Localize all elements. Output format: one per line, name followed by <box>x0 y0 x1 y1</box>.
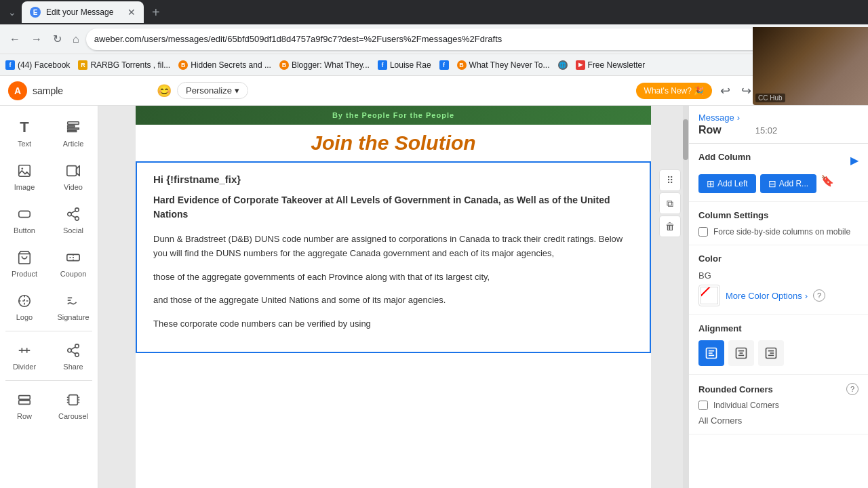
back-button[interactable]: ← <box>5 29 24 49</box>
bookmark-globe[interactable]: 🌐 <box>558 60 568 70</box>
whatthey-favicon: B <box>457 60 467 70</box>
svg-rect-3 <box>68 131 77 132</box>
sidebar-item-button[interactable]: Button <box>0 198 49 241</box>
tab-group-arrow[interactable]: ⌄ <box>5 4 19 20</box>
active-tab[interactable]: E Edit your Message ✕ <box>22 1 144 23</box>
sidebar-item-social[interactable]: Social <box>49 198 98 241</box>
bookmark-fb2[interactable]: f <box>439 60 449 70</box>
individual-corners-checkbox[interactable] <box>698 401 708 410</box>
app-layout: T Text Article Image Video <box>0 106 868 488</box>
sidebar-item-coupon[interactable]: Coupon <box>49 241 98 285</box>
sidebar-item-label: Product <box>12 270 37 278</box>
svg-rect-30 <box>69 395 78 405</box>
forward-button[interactable]: → <box>27 29 46 49</box>
svg-rect-4 <box>19 165 31 177</box>
svg-rect-0 <box>68 122 79 125</box>
bookmark-rarbg[interactable]: R RARBG Torrents , fil... <box>78 60 170 70</box>
emoji-button[interactable]: 😊 <box>157 83 172 98</box>
svg-point-5 <box>21 167 23 169</box>
bookmark-louise[interactable]: f Louise Rae <box>378 60 431 70</box>
align-center-button[interactable] <box>728 340 754 366</box>
sidebar-item-label: Row <box>17 412 32 420</box>
bookmark-label: (44) Facebook <box>18 60 70 70</box>
message-title-input[interactable] <box>33 85 151 96</box>
sidebar-item-video[interactable]: Video <box>49 155 98 198</box>
image-icon <box>14 161 35 180</box>
rarbg-favicon: R <box>78 60 87 70</box>
more-color-options-button[interactable]: More Color Options › <box>726 291 808 301</box>
color-swatch[interactable] <box>698 285 720 306</box>
join-solution-text: Join the Solution <box>311 131 475 154</box>
column-settings-title: Column Settings <box>698 210 859 220</box>
bookmark-label: RARBG Torrents , fil... <box>90 60 170 70</box>
column-settings-section: Column Settings Force side-by-side colum… <box>689 202 868 245</box>
sidebar-item-image[interactable]: Image <box>0 155 49 198</box>
svg-rect-1 <box>68 125 75 127</box>
sidebar-item-carousel[interactable]: Carousel <box>49 384 98 427</box>
facebook-favicon: f <box>5 60 15 70</box>
product-icon <box>14 248 35 267</box>
force-columns-checkbox[interactable] <box>698 227 708 237</box>
color-title: Color <box>698 253 859 264</box>
sidebar-item-article[interactable]: Article <box>49 111 98 155</box>
cc-hub-label: CC Hub <box>755 94 785 102</box>
duplicate-button[interactable]: ⧉ <box>659 192 681 214</box>
column-settings-row: Force side-by-side columns on mobile <box>698 227 859 237</box>
refresh-button[interactable]: ↻ <box>49 28 66 49</box>
bookmark-facebook[interactable]: f (44) Facebook <box>5 60 70 70</box>
tab-close-button[interactable]: ✕ <box>127 7 136 18</box>
bookmark-free[interactable]: ▶ Free Newsletter <box>576 60 646 70</box>
delete-button[interactable]: 🗑 <box>659 216 681 237</box>
address-input[interactable] <box>86 28 838 50</box>
email-body-content[interactable]: Hi {!firstname_fix} Hard Evidence of Cor… <box>136 161 651 353</box>
sidebar-item-row[interactable]: Row <box>0 384 49 427</box>
sidebar-item-product[interactable]: Product <box>0 241 49 285</box>
svg-rect-29 <box>19 401 31 405</box>
bookmark-whatthey[interactable]: B What They Never To... <box>457 60 550 70</box>
join-solution-section: Join the Solution <box>136 125 651 161</box>
undo-button[interactable]: ↩ <box>717 81 733 101</box>
panel-breadcrumb[interactable]: Message › <box>698 113 777 123</box>
bookmark-hidden[interactable]: B Hidden Secrets and ... <box>178 60 271 70</box>
add-column-arrow[interactable]: ▶ <box>850 154 859 167</box>
rounded-help-icon[interactable]: ? <box>846 383 859 395</box>
redo-button[interactable]: ↪ <box>738 81 754 101</box>
bookmark-blogger[interactable]: B Blogger: What They... <box>279 60 370 70</box>
sidebar-item-signature[interactable]: Signature <box>49 285 98 328</box>
bg-label: BG <box>698 270 859 281</box>
canvas-area: By the People For the People Join the So… <box>98 106 688 488</box>
bookmark-icon[interactable]: 🔖 <box>821 174 834 193</box>
email-para3: and those of the aggregate United Nation… <box>153 293 633 308</box>
new-tab-button[interactable]: + <box>146 5 165 20</box>
svg-point-23 <box>75 344 79 348</box>
sidebar-item-share[interactable]: Share <box>49 334 98 378</box>
free-favicon: ▶ <box>576 60 585 70</box>
tab-favicon: E <box>30 7 41 18</box>
align-left-button[interactable] <box>698 340 724 366</box>
add-right-button[interactable]: ⊟ Add R... <box>760 174 816 193</box>
rounded-corners-title: Rounded Corners <box>698 384 773 394</box>
panel-title: Row <box>698 124 722 136</box>
app-logo[interactable]: A <box>8 81 27 100</box>
app-toolbar: A 😊 Personalize ▾ What's New? 🎉 ↩ ↪ ⚙ Pr… <box>0 76 868 106</box>
row-icon <box>14 390 35 409</box>
sidebar-item-divider[interactable]: Divider <box>0 334 49 378</box>
canvas-scrollbar[interactable] <box>683 106 688 488</box>
personalize-button[interactable]: Personalize ▾ <box>177 82 248 99</box>
add-left-button[interactable]: ⊞ Add Left <box>698 174 756 193</box>
sidebar-item-label: Article <box>63 140 84 148</box>
color-help-icon[interactable]: ? <box>813 289 825 302</box>
coupon-icon <box>62 248 84 267</box>
scrollbar-thumb[interactable] <box>683 119 688 160</box>
move-button[interactable]: ⠿ <box>659 169 681 191</box>
signature-icon <box>62 291 84 310</box>
address-bar-row: ← → ↻ ⌂ 🔍 <box>0 24 868 54</box>
svg-point-10 <box>68 212 72 216</box>
sidebar-item-label: Coupon <box>60 270 87 278</box>
sidebar-item-logo[interactable]: Logo <box>0 285 49 328</box>
text-icon: T <box>14 118 35 137</box>
home-button[interactable]: ⌂ <box>68 29 83 49</box>
align-right-button[interactable] <box>758 340 784 366</box>
whats-new-button[interactable]: What's New? 🎉 <box>636 83 713 99</box>
sidebar-item-text[interactable]: T Text <box>0 111 49 155</box>
